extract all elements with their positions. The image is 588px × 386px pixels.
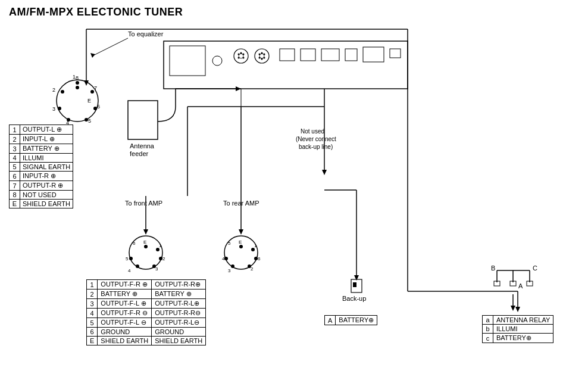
svg-rect-113 bbox=[510, 281, 516, 286]
svg-point-16 bbox=[261, 52, 263, 54]
table-row: 7OUTPUT-R ⊕ bbox=[10, 181, 73, 191]
svg-rect-21 bbox=[345, 49, 357, 61]
table-row: 1OUTPUT-L ⊕ bbox=[10, 125, 73, 135]
svg-text:3: 3 bbox=[155, 266, 158, 272]
table-row: b ILLUMI bbox=[483, 325, 553, 334]
relay-table: a ANTENNA RELAY b ILLUMI c BATTERY⊕ bbox=[482, 315, 553, 343]
svg-rect-20 bbox=[321, 49, 339, 61]
svg-point-82 bbox=[251, 248, 255, 251]
svg-rect-18 bbox=[280, 49, 295, 61]
svg-rect-23 bbox=[390, 49, 401, 58]
table-row: 4ILLUMI bbox=[10, 154, 73, 163]
table-row: 2INPUT-L ⊕ bbox=[10, 135, 73, 144]
svg-point-68 bbox=[156, 248, 159, 251]
svg-point-36 bbox=[76, 81, 79, 85]
svg-rect-53 bbox=[128, 101, 158, 139]
svg-point-10 bbox=[255, 49, 269, 63]
svg-point-6 bbox=[243, 54, 245, 55]
table-row: 3BATTERY ⊕ bbox=[10, 144, 73, 154]
svg-line-33 bbox=[92, 38, 128, 56]
svg-point-7 bbox=[238, 57, 240, 59]
svg-rect-112 bbox=[494, 281, 500, 286]
diagram-area: 1OUTPUT-L ⊕ 2INPUT-L ⊕ 3BATTERY ⊕ 4ILLUM… bbox=[9, 23, 579, 386]
svg-marker-95 bbox=[322, 170, 327, 175]
svg-text:4: 4 bbox=[128, 268, 131, 273]
svg-rect-19 bbox=[301, 49, 315, 61]
bottom-pin-table: 1 OUTPUT-F-R ⊕ OUTPUT-R-R⊕ 2 BATTERY ⊕ B… bbox=[86, 279, 206, 345]
svg-text:8: 8 bbox=[76, 75, 79, 81]
svg-point-37 bbox=[90, 90, 94, 94]
svg-rect-1 bbox=[170, 46, 205, 76]
svg-marker-54 bbox=[236, 86, 241, 91]
svg-point-70 bbox=[152, 264, 156, 268]
svg-point-43 bbox=[76, 86, 79, 89]
table-row: 2 BATTERY ⊕ BATTERY ⊕ bbox=[87, 290, 206, 299]
table-row: 4 OUTPUT-F-R ⊖ OUTPUT-R-R⊖ bbox=[87, 309, 206, 318]
svg-point-71 bbox=[136, 264, 139, 268]
svg-text:2: 2 bbox=[162, 256, 165, 262]
svg-text:4: 4 bbox=[222, 256, 225, 262]
table-row: 6 GROUND GROUND bbox=[87, 328, 206, 337]
svg-marker-27 bbox=[515, 307, 520, 312]
svg-text:3: 3 bbox=[52, 106, 55, 112]
svg-marker-103 bbox=[354, 275, 359, 281]
table-row: 1 OUTPUT-F-R ⊕ OUTPUT-R-R⊕ bbox=[87, 280, 206, 290]
svg-point-72 bbox=[129, 257, 133, 260]
svg-point-5 bbox=[238, 54, 240, 55]
svg-point-14 bbox=[259, 57, 261, 59]
svg-point-42 bbox=[61, 90, 64, 94]
svg-point-13 bbox=[264, 54, 265, 55]
svg-text:5: 5 bbox=[228, 241, 231, 246]
svg-point-80 bbox=[224, 236, 258, 269]
svg-text:6: 6 bbox=[133, 241, 136, 246]
svg-point-9 bbox=[240, 52, 242, 54]
svg-text:7: 7 bbox=[94, 85, 97, 91]
svg-text:C: C bbox=[533, 264, 537, 272]
svg-text:To equalizer: To equalizer bbox=[128, 30, 164, 38]
svg-marker-34 bbox=[90, 53, 95, 58]
svg-text:5: 5 bbox=[126, 256, 129, 262]
svg-text:6: 6 bbox=[97, 104, 100, 110]
svg-point-84 bbox=[248, 264, 251, 268]
svg-text:(Never connect: (Never connect bbox=[296, 136, 336, 142]
svg-point-41 bbox=[58, 107, 61, 110]
svg-point-2 bbox=[212, 56, 222, 66]
svg-rect-99 bbox=[351, 279, 362, 292]
table-row: 5 OUTPUT-F-L ⊖ OUTPUT-R-L⊖ bbox=[87, 318, 206, 328]
svg-text:2: 2 bbox=[251, 266, 254, 272]
svg-point-17 bbox=[261, 58, 263, 60]
svg-text:1: 1 bbox=[159, 243, 162, 248]
svg-text:3: 3 bbox=[228, 268, 231, 273]
table-row: c BATTERY⊕ bbox=[483, 334, 553, 343]
svg-text:2: 2 bbox=[52, 87, 55, 93]
left-pin-table: 1OUTPUT-L ⊕ 2INPUT-L ⊕ 3BATTERY ⊕ 4ILLUM… bbox=[9, 124, 73, 208]
page-title: AM/FM-MPX ELECTONIC TUNER bbox=[9, 6, 579, 18]
svg-point-3 bbox=[234, 49, 248, 63]
svg-text:6: 6 bbox=[258, 256, 261, 262]
table-row: 8NOT USED bbox=[10, 191, 73, 200]
svg-point-8 bbox=[243, 57, 245, 59]
svg-point-69 bbox=[159, 257, 162, 260]
svg-text:Back-up: Back-up bbox=[342, 295, 366, 302]
svg-point-86 bbox=[224, 257, 228, 260]
page-container: AM/FM-MPX ELECTONIC TUNER 1OUTPUT-L ⊕ 2I… bbox=[0, 0, 588, 386]
table-row: 5SIGNAL EARTH bbox=[10, 163, 73, 172]
svg-point-11 bbox=[259, 54, 264, 58]
svg-marker-116 bbox=[511, 306, 515, 311]
table-row: A BATTERY⊕ bbox=[325, 316, 377, 325]
svg-point-39 bbox=[85, 118, 88, 122]
svg-point-12 bbox=[259, 54, 261, 55]
svg-point-15 bbox=[264, 57, 265, 59]
svg-point-81 bbox=[239, 245, 243, 248]
svg-point-4 bbox=[239, 54, 243, 58]
svg-text:E: E bbox=[143, 239, 146, 245]
svg-text:To front AMP: To front AMP bbox=[125, 200, 162, 207]
svg-rect-100 bbox=[353, 282, 356, 287]
svg-text:feeder: feeder bbox=[130, 150, 149, 157]
table-row: a ANTENNA RELAY bbox=[483, 316, 553, 325]
svg-rect-22 bbox=[363, 47, 384, 62]
svg-rect-114 bbox=[527, 281, 533, 286]
svg-text:1: 1 bbox=[254, 243, 257, 248]
svg-text:Antenna: Antenna bbox=[130, 142, 155, 150]
svg-rect-0 bbox=[164, 41, 408, 89]
